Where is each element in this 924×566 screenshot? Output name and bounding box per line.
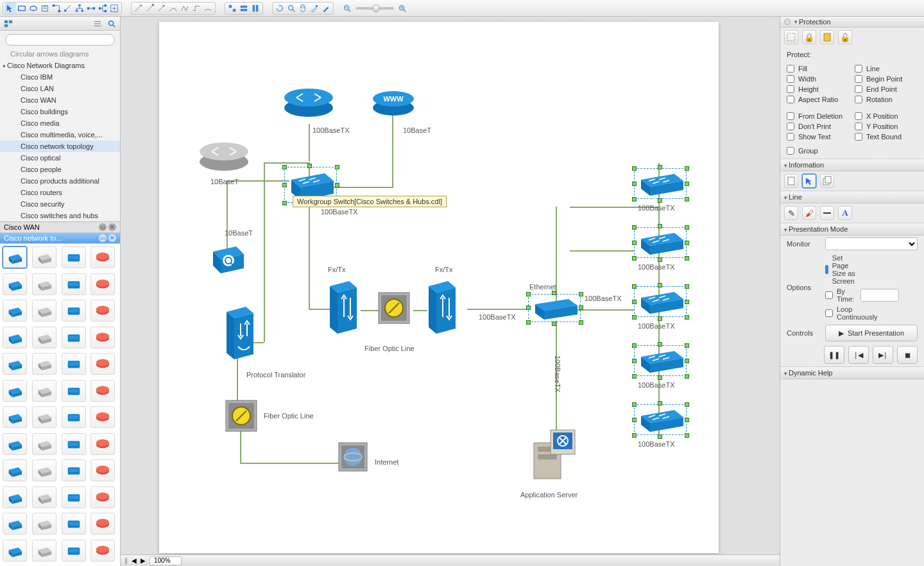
tree-item[interactable]: Cisco switches and hubs [0,210,120,221]
node-fxtx-2[interactable] [426,279,457,338]
stencil-item[interactable] [32,380,56,402]
by-time-input[interactable] [860,289,899,302]
checkbox-rotation[interactable]: Rotation [855,96,918,103]
connector-tool-2[interactable] [62,3,74,14]
stencil-item[interactable] [62,273,86,295]
stencil-item[interactable] [62,327,86,348]
checkbox-aspect-ratio[interactable]: Aspect Ratio [787,96,850,103]
node-switch-stack[interactable] [636,228,685,259]
dock-icon[interactable]: ▭ [99,234,107,242]
checkbox-line[interactable]: Line [855,65,918,73]
info-pages-icon[interactable] [820,174,834,188]
protect-lock-icon[interactable]: 🔒 [802,30,816,44]
hand-tool[interactable] [297,3,309,14]
branch-tool[interactable] [97,3,108,14]
rotate-tool[interactable] [274,3,286,14]
checkbox-begin-point[interactable]: Begin Point [855,75,918,83]
protect-page-icon[interactable] [820,30,834,44]
node-protocol-translator[interactable] [224,304,255,363]
checkbox-loop[interactable]: Loop Continuously [825,305,859,321]
section-presentation[interactable]: Presentation Mode [780,223,924,236]
library-toggle-icon[interactable] [3,18,14,30]
checkbox-end-point[interactable]: End Point [855,85,918,93]
canvas[interactable]: 100BaseTX WWW 10BaseT 10BaseT 100BaseTX … [121,17,780,554]
node-router[interactable] [284,83,334,121]
line-text-icon[interactable]: A [838,206,852,220]
tree-item[interactable]: Cisco routers [0,187,120,198]
checkbox-show-text[interactable]: Show Text [787,133,850,141]
zoom-display[interactable]: 100% [150,556,182,565]
node-router-gray[interactable] [199,137,249,175]
library-search-input[interactable] [5,34,115,46]
stencil-item[interactable] [90,353,115,375]
checkbox-width[interactable]: Width [787,75,850,83]
stencil-item[interactable] [90,273,115,295]
drawing-page[interactable]: 100BaseTX WWW 10BaseT 10BaseT 100BaseTX … [159,22,719,553]
stencil-item[interactable] [62,406,86,428]
stencil-item[interactable] [3,433,27,455]
connector-tool-1[interactable] [51,3,62,14]
stencil-item[interactable] [32,540,56,562]
line-pen-icon[interactable]: ✎ [784,206,798,220]
stencil-item[interactable] [62,459,86,481]
tree-item[interactable]: Cisco network topology [0,141,120,152]
stencil-item[interactable] [62,246,86,268]
scroll-right-icon[interactable]: ▶ [141,557,146,564]
monitor-select[interactable] [825,237,918,250]
list-view-icon[interactable] [92,18,103,30]
checkbox-set-page[interactable]: Set Page Size as Screen [825,254,859,285]
node-app-server[interactable] [529,424,578,484]
line-style-icon[interactable] [820,206,834,220]
tree-group[interactable]: Cisco Network Diagrams [0,60,120,71]
tree-tool[interactable] [74,3,85,14]
stencil-item[interactable] [32,486,56,508]
checkbox-text-bound[interactable]: Text Bound [855,133,918,141]
tree-item[interactable]: Circular arrows diagrams [0,48,120,60]
stencil-item[interactable] [3,353,27,375]
stencil-item[interactable] [3,459,27,481]
tree-item[interactable]: Cisco optical [0,152,120,164]
stencil-item[interactable] [62,433,86,455]
line-curve[interactable] [167,3,179,14]
align-tool-2[interactable] [238,3,250,14]
stencil-item[interactable] [90,459,115,481]
stencil-item[interactable] [3,486,27,508]
node-scanner[interactable] [209,243,246,277]
info-page-icon[interactable] [784,174,798,188]
checkbox-by-time[interactable]: By Time: [825,287,859,303]
line-zigzag[interactable] [179,3,191,14]
stencil-item[interactable] [62,353,86,375]
tree-item[interactable]: Cisco security [0,198,120,210]
stencil-item[interactable] [62,380,86,402]
stencil-item[interactable] [32,459,56,481]
dock-icon[interactable]: ▭ [99,223,107,231]
node-fiber-box-2[interactable] [223,398,259,436]
stencil-item[interactable] [3,246,27,268]
stencil-item[interactable] [90,513,115,535]
stencil-item[interactable] [32,300,56,322]
start-presentation-button[interactable]: ▶Start Presentation [825,325,918,341]
stencil-item[interactable] [3,380,27,402]
close-icon[interactable]: ✕ [108,234,116,242]
stencil-item[interactable] [90,540,115,562]
library-tab-cisco-network[interactable]: Cisco network to... ▭✕ [0,233,120,244]
stencil-item[interactable] [3,513,27,535]
search-icon[interactable] [106,18,117,30]
stencil-item[interactable] [3,406,27,428]
checkbox-group[interactable]: Group [787,147,918,155]
checkbox-height[interactable]: Height [787,85,850,93]
stencil-item[interactable] [32,353,56,375]
next-button[interactable]: ▶∣ [873,346,893,364]
stencil-item[interactable] [3,540,27,562]
stencil-item[interactable] [32,327,56,348]
stencil-item[interactable] [62,486,86,508]
chain-tool[interactable] [85,3,97,14]
stencil-item[interactable] [32,406,56,428]
ellipse-tool[interactable] [28,3,39,14]
tree-item[interactable]: Cisco people [0,164,120,175]
node-fiber-box-1[interactable] [376,290,412,329]
zoom-slider[interactable] [343,4,407,13]
line-end-3[interactable] [156,3,167,14]
stencil-item[interactable] [32,433,56,455]
node-internet[interactable] [338,442,368,475]
